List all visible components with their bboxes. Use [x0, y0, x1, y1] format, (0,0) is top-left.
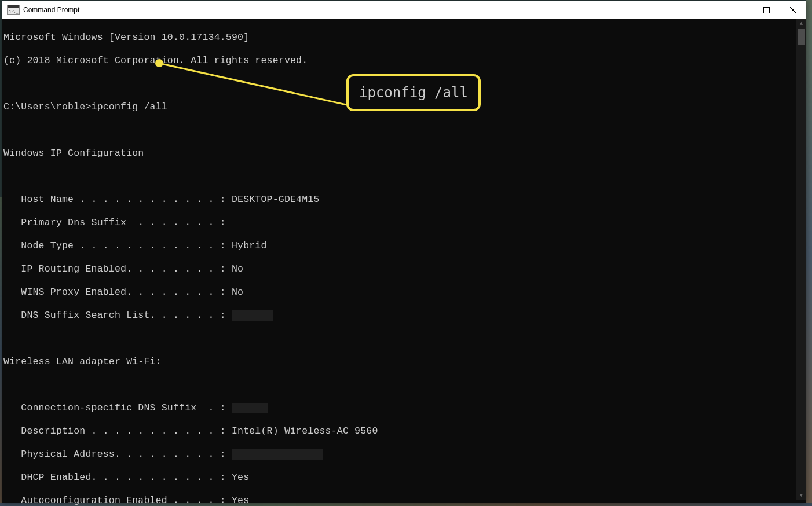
autoconfig-line: Autoconfiguration Enabled . . . . : Yes: [3, 495, 806, 506]
scroll-down-arrow-icon[interactable]: ▼: [796, 490, 806, 500]
annotation-dot: [155, 59, 163, 67]
window-controls: [726, 1, 806, 19]
wins-proxy-line: WINS Proxy Enabled. . . . . . . . : No: [3, 287, 806, 298]
node-type-line: Node Type . . . . . . . . . . . . : Hybr…: [3, 240, 806, 252]
section-header: Wireless LAN adapter Wi-Fi:: [3, 356, 806, 368]
window-titlebar[interactable]: C:\_ Command Prompt: [2, 1, 806, 19]
redacted-value: [232, 449, 323, 460]
dns-suffix-line: Primary Dns Suffix . . . . . . . :: [3, 217, 806, 229]
section-header: Windows IP Configuration: [3, 148, 806, 159]
conn-suffix-line: Connection-specific DNS Suffix . :: [3, 402, 806, 414]
annotation-text: ipconfig /all: [359, 85, 468, 101]
redacted-value: [232, 403, 268, 413]
ip-routing-line: IP Routing Enabled. . . . . . . . : No: [3, 263, 806, 275]
desktop-background-right: [806, 0, 812, 506]
minimize-button[interactable]: [726, 1, 753, 19]
svg-rect-1: [763, 7, 769, 13]
scroll-thumb[interactable]: [798, 29, 805, 45]
version-line: Microsoft Windows [Version 10.0.17134.59…: [3, 32, 806, 43]
phys-addr-line: Physical Address. . . . . . . . . :: [3, 449, 806, 460]
copyright-line: (c) 2018 Microsoft Corporation. All righ…: [3, 55, 806, 67]
redacted-value: [232, 310, 273, 321]
maximize-button[interactable]: [753, 1, 780, 19]
scroll-up-arrow-icon[interactable]: ▲: [796, 19, 806, 28]
annotation-callout: ipconfig /all: [346, 74, 481, 111]
description-line: Description . . . . . . . . . . . : Inte…: [3, 426, 806, 437]
blank-line: [3, 379, 806, 391]
blank-line: [3, 124, 806, 136]
dns-search-line: DNS Suffix Search List. . . . . . :: [3, 310, 806, 321]
close-button[interactable]: [780, 1, 806, 19]
vertical-scrollbar[interactable]: ▲ ▼: [796, 19, 806, 500]
dhcp-enabled-line: DHCP Enabled. . . . . . . . . . . : Yes: [3, 472, 806, 483]
blank-line: [3, 333, 806, 344]
window-title: Command Prompt: [23, 6, 726, 14]
host-name-line: Host Name . . . . . . . . . . . . : DESK…: [3, 194, 806, 206]
blank-line: [3, 171, 806, 182]
cmd-icon: C:\_: [7, 5, 20, 15]
